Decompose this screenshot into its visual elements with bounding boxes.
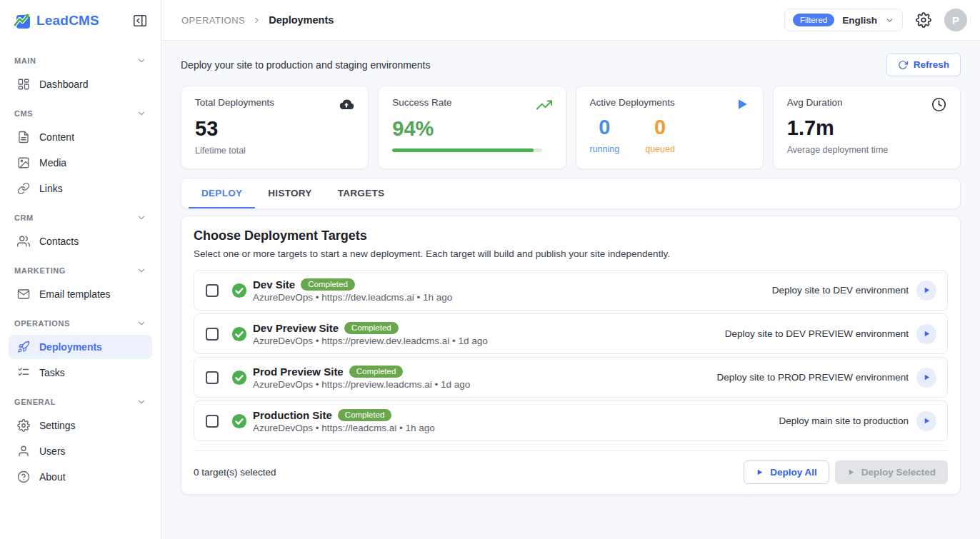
language-selector[interactable]: Filtered English bbox=[784, 9, 903, 31]
refresh-button[interactable]: Refresh bbox=[886, 53, 961, 76]
breadcrumb-page: Deployments bbox=[269, 14, 334, 26]
main-area: OPERATIONS Deployments Filtered English … bbox=[161, 0, 980, 539]
target-meta: AzureDevOps • https://preview.dev.leadcm… bbox=[253, 336, 488, 346]
success-check-icon bbox=[231, 370, 247, 386]
play-icon bbox=[923, 373, 931, 381]
target-meta: AzureDevOps • https://leadcms.ai • 1h ag… bbox=[253, 423, 435, 433]
section-label: GENERAL bbox=[14, 398, 56, 406]
status-badge: Completed bbox=[344, 322, 399, 334]
chevron-down-icon bbox=[136, 56, 146, 66]
status-badge: Completed bbox=[338, 409, 392, 421]
sidebar-section-general[interactable]: GENERAL bbox=[0, 386, 161, 412]
success-check-icon bbox=[231, 413, 247, 429]
sidebar: LeadCMS MAIN Dashboard CMS C bbox=[0, 0, 161, 539]
chevron-down-icon bbox=[136, 318, 146, 328]
help-circle-icon bbox=[17, 470, 30, 483]
success-check-icon bbox=[231, 283, 247, 298]
target-row-production-site: Production Site Completed AzureDevOps • … bbox=[194, 401, 948, 441]
chevron-down-icon bbox=[885, 16, 894, 25]
play-icon bbox=[923, 330, 931, 338]
sidebar-item-links[interactable]: Links bbox=[9, 176, 152, 201]
stat-card-avg-duration: Avg Duration 1.7m Average deployment tim… bbox=[773, 86, 961, 169]
sidebar-header: LeadCMS bbox=[0, 0, 161, 41]
deploy-target-button[interactable] bbox=[916, 281, 936, 301]
target-checkbox[interactable] bbox=[206, 328, 219, 341]
target-checkbox[interactable] bbox=[206, 371, 219, 384]
play-icon bbox=[923, 417, 931, 425]
sidebar-item-label: About bbox=[39, 471, 66, 483]
brand-name: LeadCMS bbox=[36, 13, 99, 29]
sidebar-section-crm[interactable]: CRM bbox=[0, 202, 161, 228]
queued-count: 0 bbox=[645, 116, 675, 139]
refresh-button-label: Refresh bbox=[914, 59, 949, 70]
sidebar-item-tasks[interactable]: Tasks bbox=[9, 361, 152, 385]
panel-footer: 0 target(s) selected Deploy All Deploy S… bbox=[194, 450, 948, 484]
tabs-bar: DEPLOY HISTORY TARGETS bbox=[181, 178, 961, 209]
sidebar-item-label: Contacts bbox=[39, 236, 79, 247]
sidebar-item-content[interactable]: Content bbox=[9, 125, 152, 149]
target-checkbox[interactable] bbox=[206, 284, 219, 297]
sidebar-collapse-button[interactable] bbox=[129, 10, 151, 31]
running-label: running bbox=[590, 144, 620, 154]
running-count: 0 bbox=[590, 116, 620, 139]
chevron-down-icon bbox=[136, 109, 146, 119]
filtered-badge: Filtered bbox=[793, 14, 834, 26]
sidebar-section-cms[interactable]: CMS bbox=[0, 98, 161, 124]
sidebar-item-settings[interactable]: Settings bbox=[9, 413, 152, 438]
sidebar-section-marketing[interactable]: MARKETING bbox=[0, 255, 161, 281]
deploy-target-button[interactable] bbox=[916, 411, 936, 431]
stat-card-success-rate: Success Rate 94% bbox=[378, 86, 566, 169]
cloud-upload-icon bbox=[339, 97, 354, 113]
page-description: Deploy your site to production and stagi… bbox=[181, 59, 430, 71]
sidebar-item-label: Deployments bbox=[39, 341, 102, 353]
checklist-icon bbox=[17, 366, 30, 379]
tab-targets[interactable]: TARGETS bbox=[325, 178, 398, 208]
target-checkbox[interactable] bbox=[206, 415, 219, 428]
panel-title: Choose Deployment Targets bbox=[194, 228, 948, 243]
document-icon bbox=[17, 131, 30, 143]
deploy-all-button[interactable]: Deploy All bbox=[744, 460, 829, 484]
trending-up-icon bbox=[536, 97, 552, 113]
avatar[interactable]: P bbox=[944, 9, 967, 31]
page-content: Deploy your site to production and stagi… bbox=[161, 41, 980, 539]
sidebar-item-deployments[interactable]: Deployments bbox=[9, 335, 152, 359]
chevron-down-icon bbox=[136, 266, 146, 276]
tab-history[interactable]: HISTORY bbox=[255, 178, 324, 208]
language-label: English bbox=[842, 15, 877, 26]
target-meta: AzureDevOps • https://dev.leadcms.ai • 1… bbox=[253, 292, 452, 303]
sidebar-item-about[interactable]: About bbox=[9, 465, 152, 489]
panel-description: Select one or more targets to start a ne… bbox=[194, 248, 948, 259]
sidebar-item-media[interactable]: Media bbox=[9, 151, 152, 175]
sidebar-item-label: Users bbox=[39, 445, 66, 457]
sidebar-item-email-templates[interactable]: Email templates bbox=[9, 282, 152, 306]
sidebar-item-users[interactable]: Users bbox=[9, 439, 152, 463]
people-icon bbox=[17, 235, 30, 248]
deploy-selected-label: Deploy Selected bbox=[861, 467, 936, 478]
sidebar-item-dashboard[interactable]: Dashboard bbox=[9, 72, 152, 96]
breadcrumb-section[interactable]: OPERATIONS bbox=[181, 15, 245, 26]
deploy-target-button[interactable] bbox=[916, 368, 936, 388]
gear-icon bbox=[916, 12, 931, 28]
stat-title: Avg Duration bbox=[787, 97, 843, 108]
user-icon bbox=[17, 445, 30, 458]
play-icon bbox=[756, 468, 764, 476]
sidebar-section-main[interactable]: MAIN bbox=[0, 45, 161, 71]
sidebar-section-operations[interactable]: OPERATIONS bbox=[0, 308, 161, 333]
stat-card-active-deployments: Active Deployments 0 running 0 queued bbox=[576, 86, 764, 169]
topbar-actions: Filtered English P bbox=[784, 9, 967, 31]
sidebar-item-label: Content bbox=[39, 131, 74, 143]
queued-label: queued bbox=[645, 144, 675, 154]
deploy-selected-button[interactable]: Deploy Selected bbox=[835, 460, 948, 484]
envelope-icon bbox=[17, 288, 30, 301]
target-action-text: Deploy site to PROD PREVIEW environment bbox=[716, 372, 909, 383]
tab-deploy[interactable]: DEPLOY bbox=[189, 178, 255, 208]
stat-subtitle: Average deployment time bbox=[787, 145, 946, 155]
success-rate-progress bbox=[392, 148, 542, 152]
settings-button[interactable] bbox=[914, 11, 933, 29]
deploy-target-button[interactable] bbox=[916, 324, 936, 344]
sidebar-item-contacts[interactable]: Contacts bbox=[9, 229, 152, 253]
gear-icon bbox=[17, 419, 30, 432]
target-row-prod-preview-site: Prod Preview Site Completed AzureDevOps … bbox=[194, 357, 948, 398]
target-action-text: Deploy site to DEV environment bbox=[772, 285, 909, 296]
brand-logo[interactable]: LeadCMS bbox=[13, 11, 99, 30]
